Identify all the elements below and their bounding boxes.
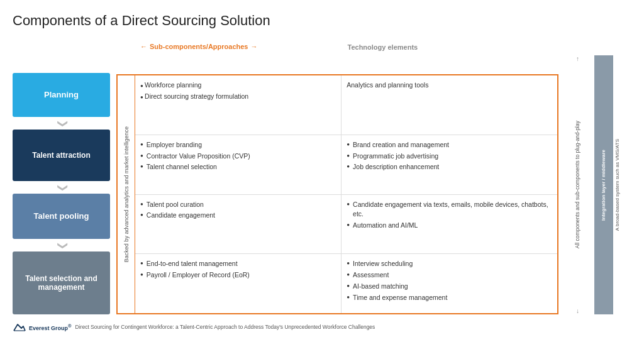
footer: Everest Group® Direct Sourcing for Conti… [13,322,375,332]
bullet-icon: ● [347,260,350,269]
vertical-label: Backed by advanced analytics and market … [123,126,130,262]
sub-cell-attraction: ● Employer branding ● Contractor Value P… [135,135,341,194]
footer-description: Direct Sourcing for Contingent Workforce… [75,324,375,330]
right-label-1-text: All components and sub-components to plu… [574,121,581,248]
bullet-icon: ● [140,152,143,162]
bullet-icon: ● [347,294,350,303]
vms-col: A broad-based system such as VMS/ATS [614,55,631,314]
bullet-icon: ● [347,282,350,292]
bullet-icon: ● [140,211,143,221]
middle-area: ← Sub-components/Approaches → Technology… [116,38,558,314]
tech-item: ● Time and expense management [347,293,551,303]
tech-cell-pooling: ● Candidate engagement via texts, emails… [341,195,557,254]
right-label-1-wrapper: ↑ All components and sub-components to p… [574,55,581,314]
arrow-up-icon: ↑ [576,55,579,62]
vertical-label-col: Backed by advanced analytics and market … [118,75,135,313]
table-row: ● Talent pool curation ● Candidate engag… [135,195,557,255]
sub-item: Direct sourcing strategy formulation [140,92,335,102]
bullet-icon: ● [140,163,143,172]
tech-cell-selection: ● Interview scheduling ● Assessment ● AI… [341,254,557,313]
right-labels: ↑ All components and sub-components to p… [562,55,631,314]
tech-item: ● Brand creation and management [347,140,551,150]
tech-item: ● Candidate engagement via texts, emails… [347,200,551,220]
bullet-icon: ● [347,141,350,150]
bullet-icon: ● [140,201,143,210]
sub-cell-planning: Workforce planning Direct sourcing strat… [135,75,341,135]
bullet-icon: ● [347,201,350,220]
sub-item: ● Talent channel selection [140,162,335,172]
page-title: Components of a Direct Sourcing Solution [13,13,631,29]
table-row: ● Employer branding ● Contractor Value P… [135,135,557,195]
bullet-icon: ● [140,271,143,280]
bullet-icon: ● [347,221,350,231]
mountain-icon [13,322,26,332]
tech-header: Technology elements [341,41,558,52]
sub-item: ● Talent pool curation [140,200,335,210]
bullet-icon: ● [140,141,143,150]
sub-item: ● Contractor Value Proposition (CVP) [140,152,335,162]
table-row: Workforce planning Direct sourcing strat… [135,75,557,135]
tech-item: ● Programmatic job advertising [347,152,551,162]
content-area: Planning ❯ Talent attraction ❯ Talent po… [13,38,631,314]
tech-item: ● Job description enhancement [347,162,551,172]
sub-item: Workforce planning [140,80,335,91]
footer-logo-text: Everest Group® [29,323,72,331]
vms-label: A broad-based system such as VMS/ATS [614,139,631,231]
right-label-1-col: ↑ All components and sub-components to p… [562,55,593,314]
footer-logo: Everest Group® [13,322,72,332]
rows-container: Workforce planning Direct sourcing strat… [135,75,557,313]
sub-item: ● Payroll / Employer of Record (EoR) [140,270,335,280]
sub-cell-selection: ● End-to-end talent management ● Payroll… [135,254,341,313]
arrow-down-icon: ↓ [576,307,579,314]
arrow-3: ❯ [55,196,67,294]
sub-item: ● End-to-end talent management [140,259,335,269]
gray-bar: Integration layer / middleware [594,55,613,314]
logo-sup: ® [68,323,72,329]
bullet-icon: ● [347,152,350,162]
tech-cell-planning: Analytics and planning tools [341,75,557,135]
bullet-icon: ● [347,271,350,280]
tech-cell-attraction: ● Brand creation and management ● Progra… [341,135,557,194]
right-label-1-content: ↑ All components and sub-components to p… [574,55,581,314]
tech-item: ● AI-based matching [347,282,551,292]
column-headers: ← Sub-components/Approaches → Technology… [116,38,558,55]
page: Components of a Direct Sourcing Solution… [0,0,644,337]
bullet-icon: ● [140,260,143,269]
subcomponents-header: ← Sub-components/Approaches → [140,43,341,50]
tech-item: ● Automation and AI/ML [347,221,551,231]
gray-bar-col: Integration layer / middleware [594,55,613,314]
bullet-icon: ● [347,163,350,172]
sub-cell-pooling: ● Talent pool curation ● Candidate engag… [135,195,341,254]
sub-item: ● Employer branding [140,140,335,150]
tech-item: ● Assessment [347,270,551,280]
table-row: ● End-to-end talent management ● Payroll… [135,254,557,313]
left-labels-column: Planning ❯ Talent attraction ❯ Talent po… [13,57,110,314]
sub-item: ● Candidate engagement [140,211,335,221]
tech-item: ● Interview scheduling [347,259,551,269]
orange-box: Backed by advanced analytics and market … [116,74,558,314]
integration-label: Integration layer / middleware [601,150,607,221]
